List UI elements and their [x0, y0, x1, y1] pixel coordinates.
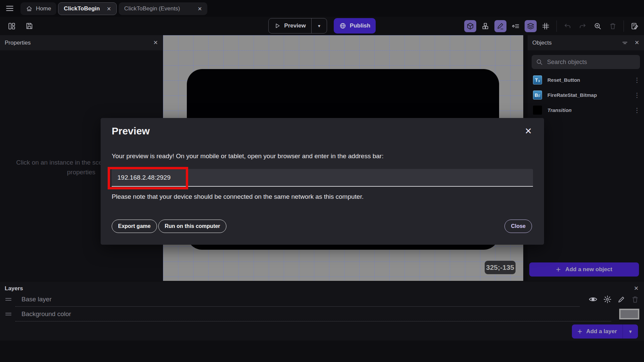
objects-search-box[interactable] — [532, 55, 640, 69]
main-menu-button[interactable] — [4, 4, 15, 13]
tab-clicktobegin-label: ClickToBegin — [64, 5, 100, 12]
toolbar-left-group — [7, 17, 34, 35]
objects-panel-button[interactable] — [479, 20, 491, 32]
undo-icon — [564, 22, 572, 30]
layers-icon — [527, 22, 535, 30]
preview-address-field[interactable] — [112, 169, 533, 187]
tab-home[interactable]: Home — [20, 2, 56, 15]
objects-close-button[interactable]: ✕ — [635, 39, 639, 46]
layers-panel: Layers ✕ Base layer — [0, 282, 644, 341]
zoom-in-icon — [594, 22, 602, 30]
zoom-in-button[interactable] — [592, 20, 604, 32]
delete-button[interactable] — [607, 20, 619, 32]
add-layer-button[interactable]: + Add a layer — [572, 324, 623, 339]
object-row-reset-button[interactable]: Tx Reset_Button ⋮ — [528, 72, 644, 87]
scene-edit-icon — [631, 22, 639, 30]
add-layer-split-button: + Add a layer ▾ — [572, 324, 638, 339]
pencil-icon — [617, 295, 626, 304]
background-color-swatch[interactable] — [619, 309, 639, 319]
tab-clicktobegin[interactable]: ClickToBegin ✕ — [58, 2, 117, 15]
background-color-field[interactable]: Background color — [15, 307, 611, 321]
search-icon — [536, 58, 543, 66]
objects-filter-button[interactable] — [621, 39, 629, 47]
dialog-message: Your preview is ready! On your mobile or… — [112, 153, 383, 160]
pencil-edit-icon — [496, 22, 504, 30]
dialog-note: Please note that your device should be c… — [112, 193, 364, 200]
drag-handle-icon[interactable] — [5, 296, 12, 303]
tab-home-label: Home — [36, 5, 51, 12]
redo-button[interactable] — [577, 20, 589, 32]
export-game-button[interactable]: Export game — [112, 220, 157, 233]
toolbar-right-group — [464, 17, 641, 35]
run-on-computer-button[interactable]: Run on this computer — [158, 220, 226, 233]
layers-close-button[interactable]: ✕ — [634, 285, 639, 292]
save-button[interactable] — [24, 21, 34, 31]
scene-toolbar: Preview ▾ Publish — [0, 17, 644, 35]
properties-close-button[interactable]: ✕ — [153, 39, 158, 46]
edit-scene-properties-button[interactable] — [629, 20, 641, 32]
object-list: Tx Reset_Button ⋮ BF FireRateStat_Bitmap… — [528, 72, 644, 118]
object-row-fireratestat-bitmap[interactable]: BF FireRateStat_Bitmap ⋮ — [528, 87, 644, 103]
grid-icon — [542, 22, 550, 30]
layer-effects-button[interactable] — [603, 295, 612, 304]
add-layer-label: Add a layer — [586, 328, 617, 335]
drag-handle-icon[interactable] — [5, 310, 12, 318]
chevron-down-icon: ▾ — [318, 23, 320, 28]
preview-button[interactable]: Preview — [269, 18, 311, 33]
layout-panels-icon — [7, 22, 16, 31]
layer-visibility-button[interactable] — [588, 295, 598, 304]
tab-close-icon[interactable]: ✕ — [198, 6, 202, 12]
redo-icon — [579, 22, 587, 30]
effects-sparkle-icon — [603, 295, 612, 304]
toolbar-divider — [556, 20, 557, 32]
layer-row-background-color[interactable]: Background color — [0, 307, 644, 321]
layer-name-field[interactable]: Base layer — [15, 292, 580, 307]
trash-icon — [609, 22, 617, 30]
objects-panel-title: Objects — [532, 40, 552, 46]
object-menu-button[interactable]: ⋮ — [634, 76, 640, 84]
sprite-object-icon — [533, 106, 542, 115]
tab-clicktobegin-events-label: ClickToBegin (Events) — [124, 5, 180, 12]
publish-button[interactable]: Publish — [334, 18, 376, 34]
preview-options-button[interactable]: ▾ — [311, 18, 327, 33]
layer-edit-button[interactable] — [617, 295, 626, 304]
layers-panel-header: Layers ✕ — [0, 282, 644, 292]
objects-cubes-icon — [481, 22, 489, 30]
objects-search-input[interactable] — [546, 58, 636, 66]
properties-panel-header: Properties ✕ — [0, 35, 163, 50]
close-dialog-button[interactable]: Close — [504, 220, 532, 233]
kebab-icon: ⋮ — [634, 77, 640, 83]
object-menu-button[interactable]: ⋮ — [634, 107, 640, 114]
grid-toggle-button[interactable] — [540, 20, 552, 32]
edit-mode-button[interactable] — [494, 20, 506, 32]
play-icon — [274, 22, 281, 29]
kebab-icon: ⋮ — [634, 107, 640, 114]
object-menu-button[interactable]: ⋮ — [634, 92, 640, 99]
undo-button[interactable] — [561, 20, 574, 32]
instances-list-icon — [512, 22, 520, 30]
save-floppy-icon — [25, 22, 34, 30]
tab-clicktobegin-events[interactable]: ClickToBegin (Events) ✕ — [119, 2, 207, 15]
instances-list-button[interactable] — [509, 20, 522, 32]
dialog-close-icon[interactable]: ✕ — [525, 126, 532, 136]
toggle-3d-view-button[interactable] — [464, 20, 476, 32]
add-object-button[interactable]: + Add a new object — [529, 262, 639, 277]
dialog-title: Preview — [112, 125, 150, 137]
top-tab-bar: Home ClickToBegin ✕ ClickToBegin (Events… — [0, 0, 644, 17]
layers-panel-button[interactable] — [525, 20, 537, 32]
panels-layout-button[interactable] — [7, 21, 17, 31]
tab-close-icon[interactable]: ✕ — [107, 6, 111, 12]
hamburger-icon — [5, 4, 14, 13]
preview-split-button: Preview ▾ — [268, 18, 327, 34]
layer-delete-button[interactable] — [631, 295, 639, 304]
object-label: Reset_Button — [547, 77, 580, 83]
add-layer-dropdown-button[interactable]: ▾ — [623, 324, 638, 339]
object-label: FireRateStat_Bitmap — [547, 92, 597, 98]
layers-panel-title: Layers — [5, 285, 23, 292]
object-row-transition[interactable]: Transition ⋮ — [528, 103, 644, 118]
cube-3d-icon — [466, 22, 474, 30]
globe-icon — [339, 22, 346, 29]
layer-row-base[interactable]: Base layer — [0, 292, 644, 307]
layer-label: Background color — [21, 310, 71, 318]
plus-icon: + — [578, 327, 582, 336]
